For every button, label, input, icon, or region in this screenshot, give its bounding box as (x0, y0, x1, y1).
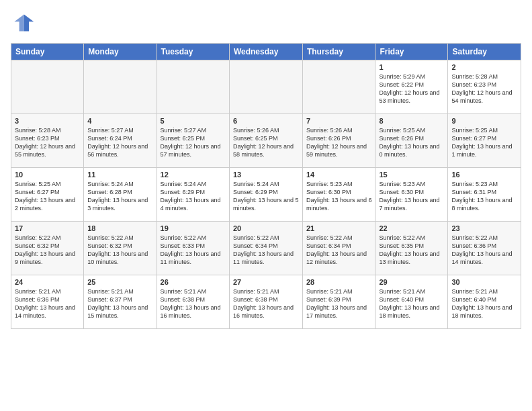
day-cell: 27Sunrise: 5:21 AMSunset: 6:38 PMDayligh… (229, 275, 302, 329)
day-cell: 4Sunrise: 5:27 AMSunset: 6:24 PMDaylight… (84, 114, 157, 168)
day-cell: 5Sunrise: 5:27 AMSunset: 6:25 PMDaylight… (157, 114, 229, 168)
day-number: 19 (161, 224, 226, 232)
day-info: Sunrise: 5:22 AMSunset: 6:36 PMDaylight:… (451, 234, 517, 267)
day-info: Sunrise: 5:29 AMSunset: 6:22 PMDaylight:… (379, 73, 444, 105)
day-cell: 28Sunrise: 5:21 AMSunset: 6:39 PMDayligh… (302, 275, 375, 329)
weekday-header-monday: Monday (84, 44, 157, 60)
day-cell: 11Sunrise: 5:24 AMSunset: 6:28 PMDayligh… (84, 168, 157, 222)
day-number: 30 (451, 278, 517, 286)
weekday-header-saturday: Saturday (448, 44, 521, 60)
day-number: 10 (15, 171, 80, 179)
day-info: Sunrise: 5:23 AMSunset: 6:31 PMDaylight:… (451, 180, 517, 213)
weekday-header-thursday: Thursday (302, 44, 375, 60)
day-number: 28 (306, 278, 372, 286)
day-number: 18 (87, 224, 152, 232)
day-info: Sunrise: 5:24 AMSunset: 6:29 PMDaylight:… (161, 180, 226, 213)
day-info: Sunrise: 5:22 AMSunset: 6:34 PMDaylight:… (233, 234, 299, 267)
day-number: 7 (306, 117, 372, 125)
day-cell: 3Sunrise: 5:28 AMSunset: 6:23 PMDaylight… (11, 114, 84, 168)
day-number: 4 (87, 117, 152, 125)
day-cell: 20Sunrise: 5:22 AMSunset: 6:34 PMDayligh… (229, 222, 302, 275)
day-info: Sunrise: 5:22 AMSunset: 6:35 PMDaylight:… (379, 234, 444, 267)
day-info: Sunrise: 5:23 AMSunset: 6:30 PMDaylight:… (306, 180, 372, 213)
day-info: Sunrise: 5:24 AMSunset: 6:29 PMDaylight:… (233, 180, 299, 213)
weekday-header-wednesday: Wednesday (229, 44, 302, 60)
day-cell: 12Sunrise: 5:24 AMSunset: 6:29 PMDayligh… (157, 168, 229, 222)
day-cell: 6Sunrise: 5:26 AMSunset: 6:25 PMDaylight… (229, 114, 302, 168)
day-info: Sunrise: 5:25 AMSunset: 6:27 PMDaylight:… (15, 180, 80, 213)
day-number: 8 (379, 117, 444, 125)
day-info: Sunrise: 5:22 AMSunset: 6:32 PMDaylight:… (15, 234, 80, 267)
week-row-2: 3Sunrise: 5:28 AMSunset: 6:23 PMDaylight… (11, 114, 521, 168)
day-cell: 23Sunrise: 5:22 AMSunset: 6:36 PMDayligh… (448, 222, 521, 275)
day-cell (11, 60, 84, 114)
day-info: Sunrise: 5:21 AMSunset: 6:40 PMDaylight:… (451, 287, 517, 320)
page-header (11, 11, 521, 35)
day-info: Sunrise: 5:25 AMSunset: 6:26 PMDaylight:… (379, 126, 444, 159)
day-number: 11 (87, 171, 152, 179)
day-number: 14 (306, 171, 372, 179)
day-cell (84, 60, 157, 114)
day-number: 17 (15, 224, 80, 232)
week-row-4: 17Sunrise: 5:22 AMSunset: 6:32 PMDayligh… (11, 222, 521, 275)
day-number: 6 (233, 117, 299, 125)
weekday-header-row: SundayMondayTuesdayWednesdayThursdayFrid… (11, 44, 521, 60)
day-info: Sunrise: 5:28 AMSunset: 6:23 PMDaylight:… (15, 126, 80, 159)
day-cell: 29Sunrise: 5:21 AMSunset: 6:40 PMDayligh… (375, 275, 448, 329)
svg-marker-1 (14, 14, 24, 31)
day-number: 24 (15, 278, 80, 286)
day-cell: 17Sunrise: 5:22 AMSunset: 6:32 PMDayligh… (11, 222, 84, 275)
day-number: 23 (451, 224, 517, 232)
day-cell: 7Sunrise: 5:26 AMSunset: 6:26 PMDaylight… (302, 114, 375, 168)
day-number: 22 (379, 224, 444, 232)
day-number: 15 (379, 171, 444, 179)
day-cell: 25Sunrise: 5:21 AMSunset: 6:37 PMDayligh… (84, 275, 157, 329)
day-info: Sunrise: 5:21 AMSunset: 6:37 PMDaylight:… (87, 287, 152, 320)
day-cell: 13Sunrise: 5:24 AMSunset: 6:29 PMDayligh… (229, 168, 302, 222)
day-cell: 2Sunrise: 5:28 AMSunset: 6:23 PMDaylight… (448, 60, 521, 114)
day-cell: 14Sunrise: 5:23 AMSunset: 6:30 PMDayligh… (302, 168, 375, 222)
day-info: Sunrise: 5:21 AMSunset: 6:40 PMDaylight:… (379, 287, 444, 320)
day-cell (229, 60, 302, 114)
day-number: 12 (161, 171, 226, 179)
day-info: Sunrise: 5:27 AMSunset: 6:25 PMDaylight:… (161, 126, 226, 159)
day-cell: 24Sunrise: 5:21 AMSunset: 6:36 PMDayligh… (11, 275, 84, 329)
day-info: Sunrise: 5:22 AMSunset: 6:32 PMDaylight:… (87, 234, 152, 267)
day-cell: 1Sunrise: 5:29 AMSunset: 6:22 PMDaylight… (375, 60, 448, 114)
week-row-1: 1Sunrise: 5:29 AMSunset: 6:22 PMDaylight… (11, 60, 521, 114)
day-cell: 18Sunrise: 5:22 AMSunset: 6:32 PMDayligh… (84, 222, 157, 275)
logo-icon (11, 11, 35, 35)
day-number: 16 (451, 171, 517, 179)
day-number: 9 (451, 117, 517, 125)
day-info: Sunrise: 5:23 AMSunset: 6:30 PMDaylight:… (379, 180, 444, 213)
day-number: 1 (379, 63, 444, 71)
day-number: 5 (161, 117, 226, 125)
day-cell: 21Sunrise: 5:22 AMSunset: 6:34 PMDayligh… (302, 222, 375, 275)
day-number: 13 (233, 171, 299, 179)
day-info: Sunrise: 5:28 AMSunset: 6:23 PMDaylight:… (451, 73, 517, 105)
week-row-5: 24Sunrise: 5:21 AMSunset: 6:36 PMDayligh… (11, 275, 521, 329)
day-cell: 30Sunrise: 5:21 AMSunset: 6:40 PMDayligh… (448, 275, 521, 329)
day-number: 2 (451, 63, 517, 71)
calendar: SundayMondayTuesdayWednesdayThursdayFrid… (11, 43, 521, 329)
day-cell (302, 60, 375, 114)
day-info: Sunrise: 5:27 AMSunset: 6:24 PMDaylight:… (87, 126, 152, 159)
day-info: Sunrise: 5:21 AMSunset: 6:38 PMDaylight:… (233, 287, 299, 320)
day-cell: 8Sunrise: 5:25 AMSunset: 6:26 PMDaylight… (375, 114, 448, 168)
day-info: Sunrise: 5:21 AMSunset: 6:38 PMDaylight:… (161, 287, 226, 320)
day-info: Sunrise: 5:22 AMSunset: 6:34 PMDaylight:… (306, 234, 372, 267)
day-info: Sunrise: 5:21 AMSunset: 6:36 PMDaylight:… (15, 287, 80, 320)
day-cell: 16Sunrise: 5:23 AMSunset: 6:31 PMDayligh… (448, 168, 521, 222)
weekday-header-sunday: Sunday (11, 44, 84, 60)
weekday-header-friday: Friday (375, 44, 448, 60)
day-info: Sunrise: 5:22 AMSunset: 6:33 PMDaylight:… (161, 234, 226, 267)
day-cell: 26Sunrise: 5:21 AMSunset: 6:38 PMDayligh… (157, 275, 229, 329)
day-cell: 22Sunrise: 5:22 AMSunset: 6:35 PMDayligh… (375, 222, 448, 275)
day-info: Sunrise: 5:26 AMSunset: 6:25 PMDaylight:… (233, 126, 299, 159)
day-cell: 9Sunrise: 5:25 AMSunset: 6:27 PMDaylight… (448, 114, 521, 168)
day-cell (157, 60, 229, 114)
svg-marker-0 (24, 14, 34, 31)
day-info: Sunrise: 5:21 AMSunset: 6:39 PMDaylight:… (306, 287, 372, 320)
day-info: Sunrise: 5:25 AMSunset: 6:27 PMDaylight:… (451, 126, 517, 159)
day-number: 29 (379, 278, 444, 286)
